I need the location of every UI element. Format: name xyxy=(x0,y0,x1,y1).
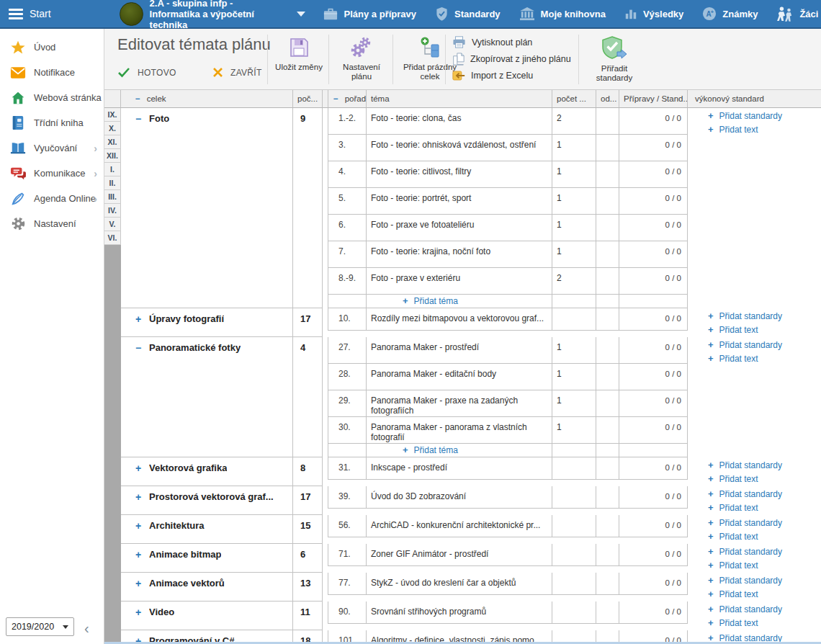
unit-name-cell[interactable]: +Architektura xyxy=(121,515,293,544)
sidebar-item-komunikace[interactable]: Komunikace › xyxy=(0,161,104,186)
topic-from-cell[interactable] xyxy=(596,135,619,161)
month-label[interactable]: III. xyxy=(104,190,121,204)
topic-from-cell[interactable] xyxy=(596,308,619,331)
unit-name-cell[interactable]: +Úpravy fotografií xyxy=(121,308,293,337)
topic-order-cell[interactable]: 4. xyxy=(328,161,367,188)
topic-from-cell[interactable] xyxy=(596,390,619,417)
import-excel-button[interactable]: Import z Excelu xyxy=(452,70,571,81)
topic-from-cell[interactable] xyxy=(596,364,619,390)
add-standards-link[interactable]: +Přidat standardy xyxy=(708,460,821,473)
topic-hours-cell[interactable]: 2 xyxy=(552,108,596,135)
topic-order-cell[interactable]: 30. xyxy=(328,417,367,444)
add-text-link[interactable]: +Přidat text xyxy=(708,589,821,601)
unit-name-cell[interactable]: +Vektorová grafika xyxy=(121,457,293,486)
print-plan-button[interactable]: Vytisknout plán xyxy=(452,36,571,48)
done-button[interactable]: HOTOVO xyxy=(117,67,176,78)
chevron-down-icon[interactable] xyxy=(297,12,305,17)
add-standards-link[interactable]: +Přidat standardy xyxy=(708,339,821,352)
add-text-link[interactable]: +Přidat text xyxy=(708,324,821,337)
sidebar-item-vyucovani[interactable]: Vyučování › xyxy=(0,135,104,161)
topic-name-cell[interactable]: Foto - praxe ve fotoateliéru xyxy=(367,215,552,241)
class-context-selector[interactable]: 2.A - skupina infp - Informatika a výpoč… xyxy=(150,0,294,30)
school-year-select[interactable]: 2019/2020 xyxy=(6,617,74,636)
add-standards-link[interactable]: +Přidat standardy xyxy=(708,110,821,123)
add-text-link[interactable]: +Přidat text xyxy=(708,473,821,486)
nav-standardy[interactable]: Standardy xyxy=(435,6,501,22)
add-text-link[interactable]: +Přidat text xyxy=(708,353,821,366)
unit-name-cell[interactable]: +Animace bitmap xyxy=(121,544,293,573)
topic-from-cell[interactable] xyxy=(596,544,619,566)
topic-from-cell[interactable] xyxy=(596,268,619,295)
sidebar-item-nastaveni[interactable]: Nastavení xyxy=(0,211,104,236)
topic-from-cell[interactable] xyxy=(596,241,619,268)
month-label[interactable]: V. xyxy=(104,218,121,231)
add-text-link[interactable]: +Přidat text xyxy=(708,560,821,573)
add-text-link[interactable]: +Přidat text xyxy=(708,502,821,515)
month-label[interactable]: I. xyxy=(104,163,121,176)
unit-name-cell[interactable]: +Prostorová vektorová graf... xyxy=(121,486,293,515)
topic-name-cell[interactable]: Panorama Maker - prostředí xyxy=(367,337,552,364)
topic-hours-cell[interactable]: 1 xyxy=(552,188,596,215)
add-text-link[interactable]: +Přidat text xyxy=(708,617,821,630)
topic-from-cell[interactable] xyxy=(596,337,619,364)
add-standards-link[interactable]: +Přidat standardy xyxy=(708,310,821,323)
topic-order-cell[interactable]: 10. xyxy=(328,308,367,331)
unit-expand-toggle[interactable]: − xyxy=(135,113,149,125)
close-button[interactable]: ZAVŘÍT xyxy=(212,67,262,78)
topic-from-cell[interactable] xyxy=(596,188,619,215)
add-tema-link[interactable]: +Přidat téma xyxy=(371,445,549,455)
plan-settings-button[interactable]: Nastavení plánu xyxy=(335,36,388,81)
unit-expand-toggle[interactable]: + xyxy=(135,491,149,503)
unit-name-cell[interactable]: +Animace vektorů xyxy=(121,573,293,601)
add-standards-link[interactable]: +Přidat standardy xyxy=(708,575,821,588)
topic-name-cell[interactable]: Inkscape - prostředí xyxy=(367,457,552,480)
topic-hours-cell[interactable]: 1 xyxy=(552,364,596,390)
month-label[interactable]: XI. xyxy=(104,135,121,149)
unit-expand-toggle[interactable]: + xyxy=(135,607,149,618)
unit-name-cell[interactable]: +Video xyxy=(121,601,293,630)
topic-order-cell[interactable]: 39. xyxy=(328,486,367,509)
hamburger-menu-icon[interactable] xyxy=(9,6,23,22)
topic-hours-cell[interactable] xyxy=(552,515,596,537)
unit-expand-toggle[interactable]: + xyxy=(135,520,149,532)
topic-name-cell[interactable]: Zoner GIF Animátor - prostředí xyxy=(367,544,552,566)
add-text-link[interactable]: +Přidat text xyxy=(708,531,821,544)
add-standards-link[interactable]: +Přidat standardy xyxy=(708,488,821,501)
topic-hours-cell[interactable] xyxy=(552,601,596,624)
sidebar-item-agenda-online[interactable]: Agenda Online › xyxy=(0,186,104,211)
topic-name-cell[interactable]: Foto - teorie: citlivost, filtry xyxy=(367,161,552,188)
add-standards-link[interactable]: +Přidat standardy xyxy=(708,546,821,559)
nav-znamky[interactable]: A+ Známky xyxy=(702,6,758,21)
month-label[interactable]: X. xyxy=(104,122,121,135)
topic-name-cell[interactable]: Foto - teorie: ohnisková vzdálenost, ost… xyxy=(367,135,552,161)
collapse-all-units-icon[interactable]: − xyxy=(135,94,140,103)
topic-name-cell[interactable]: Rozdíly mezi bitmapovou a vektorovou gra… xyxy=(367,308,552,331)
topic-hours-cell[interactable] xyxy=(552,308,596,331)
add-text-link[interactable]: +Přidat text xyxy=(708,124,821,137)
topic-hours-cell[interactable]: 1 xyxy=(552,215,596,241)
add-standards-link[interactable]: +Přidat standardy xyxy=(708,604,821,617)
topic-from-cell[interactable] xyxy=(596,417,619,444)
topic-hours-cell[interactable]: 1 xyxy=(552,417,596,444)
topic-hours-cell[interactable]: 1 xyxy=(552,135,596,161)
topic-name-cell[interactable]: Foto - teorie: krajina, noční foto xyxy=(367,241,552,268)
assign-standards-button[interactable]: Přiřadit standardy xyxy=(586,36,643,83)
topic-hours-cell[interactable] xyxy=(552,457,596,480)
topic-from-cell[interactable] xyxy=(596,457,619,480)
topic-hours-cell[interactable]: 1 xyxy=(552,337,596,364)
topic-order-cell[interactable]: 77. xyxy=(328,573,367,595)
topic-from-cell[interactable] xyxy=(596,161,619,188)
topic-hours-cell[interactable] xyxy=(552,544,596,566)
topic-order-cell[interactable]: 31. xyxy=(328,457,367,480)
add-tema-link[interactable]: +Přidat téma xyxy=(371,296,549,306)
topic-hours-cell[interactable] xyxy=(552,573,596,595)
sidebar-item-uvod[interactable]: Úvod xyxy=(0,35,104,60)
nav-moje-knihovna[interactable]: Moje knihovna xyxy=(519,6,606,21)
topic-name-cell[interactable]: Srovnání střihových programů xyxy=(367,601,552,624)
topic-hours-cell[interactable]: 2 xyxy=(552,268,596,295)
nav-zaci[interactable]: Žáci xyxy=(776,6,818,22)
collapse-all-topics-icon[interactable]: − xyxy=(333,94,338,103)
month-label[interactable]: IV. xyxy=(104,204,121,218)
topic-from-cell[interactable] xyxy=(596,486,619,509)
topic-order-cell[interactable]: 6. xyxy=(328,215,367,241)
